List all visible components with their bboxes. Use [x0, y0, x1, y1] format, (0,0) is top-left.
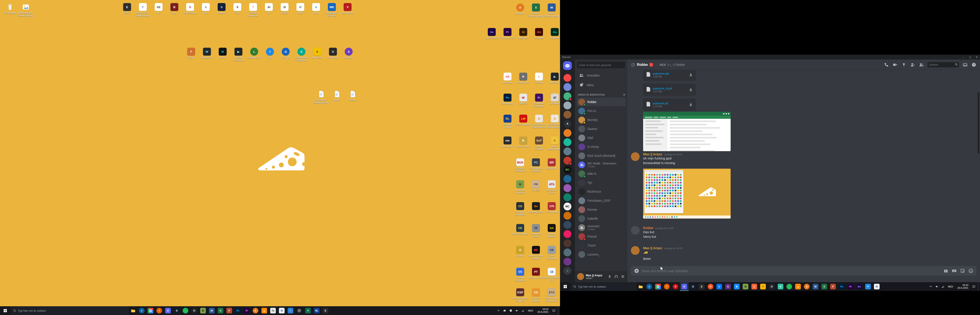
desktop-icon-animate[interactable]: AnAnimate — [531, 28, 547, 39]
taskbar-icon-technic[interactable]: T — [759, 282, 767, 291]
taskbar-icon-premiere[interactable]: Pr — [242, 306, 251, 315]
gift-icon[interactable] — [943, 268, 948, 274]
server-icon-15[interactable]: MC — [563, 202, 571, 210]
desktop-icon-wplan[interactable]: WPlan — [345, 90, 361, 104]
desktop-icon-wav[interactable]: WWAV — [293, 3, 308, 17]
dm-item-pascal[interactable]: Pascal — [577, 232, 625, 241]
taskbar-icon-streamlabs[interactable]: S — [776, 282, 785, 291]
desktop-icon-lego-worlds[interactable]: LWLEGO Worlds — [515, 115, 531, 129]
taskbar-icon-paint[interactable]: P — [864, 282, 872, 291]
server-icon-21[interactable] — [563, 258, 571, 266]
taskbar-icon-vlc[interactable]: ▲ — [260, 306, 269, 315]
taskbar-icon-minecraft[interactable]: M — [741, 282, 750, 291]
taskbar-icon-after-effects[interactable]: Ae — [855, 282, 864, 291]
taskbar-icon-audacity[interactable]: A — [251, 306, 260, 315]
taskbar-icon-curseforge[interactable]: C — [750, 282, 759, 291]
desktop-icon-fernbus-simulator[interactable]: BUSFernbus Simulator — [512, 158, 528, 172]
message-input[interactable]: Stuur een bericht naar @Robbe GIF — [631, 266, 977, 275]
taskbar-icon-opera[interactable]: O — [671, 282, 680, 291]
desktop-icon-gamesave[interactable]: GGameSave — [182, 3, 198, 17]
server-icon-13[interactable] — [563, 184, 571, 192]
download-icon[interactable] — [689, 87, 693, 92]
voice-call-icon[interactable] — [884, 62, 889, 67]
network-icon[interactable] — [521, 309, 525, 313]
avatar[interactable] — [577, 273, 584, 280]
maximize-button[interactable]: ▢ — [967, 55, 974, 59]
emoji-icon[interactable] — [968, 268, 974, 274]
taskbar-icon-chrome[interactable] — [146, 306, 155, 315]
taskbar-clock[interactable]: 16:5220-6-2021 — [956, 284, 970, 290]
desktop-icon-mirror-s-edge-catalyst[interactable]: MEMirror's Edge Catalyst — [528, 246, 544, 260]
taskbar-icon-excel[interactable]: X — [820, 282, 829, 291]
mic-icon[interactable] — [607, 274, 612, 279]
server-icon-16[interactable] — [563, 212, 571, 220]
desktop-icon-sea-of-thieves[interactable]: SoTSea of Thieves — [531, 137, 547, 150]
desktop-icon-press[interactable]: PRPRESS — [528, 180, 544, 194]
video-call-icon[interactable] — [892, 62, 898, 67]
taskbar-icon-steam[interactable]: S — [172, 306, 181, 315]
desktop-icon-cities-skylines[interactable]: CSCities: Skylines — [528, 288, 544, 302]
taskbar-icon-firefox[interactable]: f — [662, 282, 671, 291]
desktop-icon-excel-snelkoppeling[interactable]: XExcel - Snelkoppeling — [528, 3, 544, 17]
download-icon[interactable] — [689, 72, 693, 77]
taskbar-icon-minecraft[interactable]: M — [199, 306, 207, 315]
taskbar-icon-notepad[interactable]: N — [872, 282, 881, 291]
help-icon[interactable]: ? — [971, 62, 977, 67]
taskbar-search-input[interactable]: Typ hier om te zoeken — [571, 282, 636, 291]
desktop-icon-word-snelkoppeling[interactable]: WWord - Snelkoppeling — [544, 3, 560, 17]
taskbar-icon-obs[interactable]: O — [767, 282, 776, 291]
desktop-icon-exo[interactable]: XEXO — [229, 3, 245, 17]
desktop-icon-brick-rigs[interactable]: BRBrick Rigs — [544, 158, 560, 172]
desktop-icon-stream-avatars[interactable]: SAStream Avatars — [544, 224, 560, 238]
taskbar-icon-premiere[interactable]: Pr — [846, 282, 855, 291]
image-attachment-cheese-desktop[interactable] — [643, 169, 730, 218]
desktop-icon-steam[interactable]: SSteam — [214, 3, 229, 17]
desktop-icon-forge[interactable]: FForge — [183, 48, 199, 62]
dm-search-button[interactable]: Zoek of start een gesprek — [577, 62, 625, 68]
dm-item-mc-node-roerveen[interactable]: MC Node - Roerveen4 leden — [577, 160, 625, 169]
dm-item-pim-g[interactable]: Pim G. — [577, 107, 625, 115]
action-center-icon[interactable] — [972, 285, 976, 288]
desktop-icon-circle-empires[interactable]: CECircle Empires — [512, 224, 528, 238]
add-server-button[interactable]: + — [563, 267, 571, 275]
dm-item-fortnitepro-0297[interactable]: Fortnitepro_0297 — [577, 196, 625, 205]
desktop-icon-audacity[interactable]: AAudacity — [512, 3, 528, 17]
server-icon-1[interactable] — [563, 74, 571, 82]
taskbar-icon-ubisoft-connect[interactable]: U — [715, 282, 724, 291]
desktop-icon-premiere-elements[interactable]: PrPremiere Elements — [531, 94, 547, 107]
dm-item-laurens[interactable]: Laurens_ — [577, 250, 625, 259]
taskbar-search-input[interactable]: Typ hier om te zoeken — [11, 306, 129, 315]
dm-item-iddo-k[interactable]: Iddo K. — [577, 169, 625, 178]
taskbar-icon-steam[interactable]: S — [689, 282, 697, 291]
avatar[interactable] — [631, 246, 640, 255]
taskbar-icon-vlc[interactable]: ▲ — [794, 282, 802, 291]
server-icon-9[interactable] — [563, 148, 571, 155]
attachment-filename[interactable]: polusnmi.yft — [653, 102, 668, 105]
taskbar-icon-file-explorer[interactable] — [129, 306, 137, 315]
server-icon-19[interactable] — [563, 239, 571, 247]
server-icon-3[interactable] — [563, 92, 571, 100]
desktop-icon-kaas-snelkoppeling[interactable]: Kkaas - Snelkoppeling — [547, 137, 560, 150]
desktop-icon-satisfactory-experimental[interactable]: SSatisfactory Experimental — [531, 115, 547, 129]
language-indicator[interactable]: NED — [947, 285, 954, 288]
desktop-icon-bld[interactable]: bbld — [198, 3, 214, 17]
desktop-icon-kerbal-space-program[interactable]: KSPKerbal Space Program — [512, 288, 528, 302]
desktop-icon-euro-truck-simulator-2[interactable]: ETSEuro Truck Simulator 2 — [544, 288, 560, 302]
desktop-icon-transport-fever[interactable]: TFTransport Fever — [528, 224, 544, 238]
desktop-icon-1-70-update[interactable]: 1701.70 Update — [544, 202, 560, 216]
desktop-icon-obs[interactable]: OOBS — [277, 3, 293, 17]
add-member-icon[interactable] — [910, 62, 915, 67]
server-icon-7[interactable] — [563, 129, 571, 137]
dm-item-tijn[interactable]: Tijn — [577, 178, 625, 187]
shield-icon[interactable] — [509, 309, 513, 313]
dm-item-robbe[interactable]: Robbe — [577, 97, 625, 106]
taskbar-icon-spotify[interactable]: ♪ — [181, 306, 190, 315]
message-author[interactable]: Max || Arqsz — [643, 246, 662, 250]
desktop-icon-a-plague-tale[interactable]: PTA Plague Tale — [528, 268, 544, 282]
taskbar-icon-firefox[interactable]: f — [155, 306, 164, 315]
desktop-icon-anki[interactable]: AAnki — [308, 3, 324, 17]
desktop-icon-beamng-drive[interactable]: BeBeamNG.drive — [528, 202, 544, 216]
taskbar-icon-notepad[interactable]: N — [277, 306, 286, 315]
desktop-icon-fixy[interactable]: fFixy — [262, 48, 278, 62]
desktop-icon-minecraft-launcher[interactable]: MMinecraft Launcher — [512, 180, 528, 194]
